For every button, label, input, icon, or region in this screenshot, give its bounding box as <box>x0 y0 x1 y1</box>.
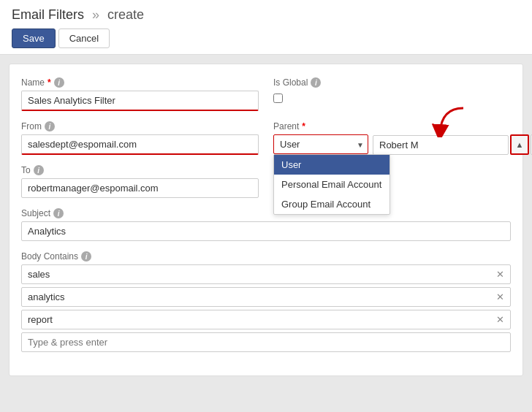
breadcrumb-separator: » <box>92 7 99 22</box>
breadcrumb-email-filters: Email Filters <box>12 7 84 22</box>
parent-dropdown-list: User Personal Email Account Group Email … <box>273 154 390 215</box>
subject-input[interactable] <box>21 221 511 241</box>
row-to: To i <box>21 165 511 198</box>
body-tag-report: report ✕ <box>21 310 511 329</box>
save-button[interactable]: Save <box>12 28 56 48</box>
from-label: From i <box>21 121 259 131</box>
to-input[interactable] <box>21 178 259 198</box>
remove-sales-button[interactable]: ✕ <box>496 270 504 279</box>
row-name-isglobal: Name * i Is Global i <box>21 77 511 111</box>
subject-label: Subject i <box>21 208 511 218</box>
name-info-icon: i <box>54 77 64 88</box>
parent-label: Parent * <box>273 121 511 131</box>
subject-row: Subject i <box>21 208 511 241</box>
body-row: Body Contains i sales ✕ analytics ✕ repo… <box>21 251 511 352</box>
is-global-col: Is Global i <box>273 77 511 103</box>
to-field-col: To i <box>21 165 259 198</box>
parent-value-wrap: ▲ ✕ <box>373 134 532 155</box>
from-field-col: From i <box>21 121 259 155</box>
parent-row: User Personal Email Account Group Email … <box>273 134 511 155</box>
is-global-info-icon: i <box>311 77 321 88</box>
body-tag-input[interactable] <box>21 332 511 352</box>
is-global-checkbox[interactable] <box>273 94 283 103</box>
parent-type-select-wrap: User Personal Email Account Group Email … <box>273 134 368 154</box>
dropdown-option-personal[interactable]: Personal Email Account <box>274 175 390 194</box>
is-global-label: Is Global i <box>273 77 511 88</box>
parent-value-input[interactable] <box>373 135 509 155</box>
body-tag-sales: sales ✕ <box>21 264 511 284</box>
form-container: Name * i Is Global i From i <box>9 64 523 376</box>
name-field-col: Name * i <box>21 77 259 111</box>
page-header: Email Filters » create Save Cancel <box>0 0 532 55</box>
to-label: To i <box>21 165 259 175</box>
is-global-checkbox-row <box>273 94 511 103</box>
body-label: Body Contains i <box>21 251 511 262</box>
body-info-icon: i <box>81 251 91 262</box>
remove-report-button[interactable]: ✕ <box>496 315 504 324</box>
parent-up-button[interactable]: ▲ <box>510 134 529 155</box>
row-from-parent: From i Parent * <box>21 121 511 155</box>
parent-type-select[interactable]: User Personal Email Account Group Email … <box>273 134 368 154</box>
dropdown-option-group[interactable]: Group Email Account <box>274 194 390 214</box>
dropdown-option-user[interactable]: User <box>274 155 390 175</box>
to-info-icon: i <box>34 165 44 175</box>
parent-field-col: Parent * User Pers <box>273 121 511 155</box>
body-tag-analytics: analytics ✕ <box>21 287 511 307</box>
cancel-button[interactable]: Cancel <box>58 28 110 48</box>
page-title: Email Filters » create <box>12 7 520 23</box>
breadcrumb-create: create <box>107 7 144 22</box>
name-label: Name * i <box>21 77 259 88</box>
name-input[interactable] <box>21 91 259 111</box>
from-info-icon: i <box>45 121 55 131</box>
toolbar: Save Cancel <box>12 28 520 48</box>
remove-analytics-button[interactable]: ✕ <box>496 292 504 302</box>
from-input[interactable] <box>21 134 259 155</box>
subject-info-icon: i <box>53 208 64 218</box>
